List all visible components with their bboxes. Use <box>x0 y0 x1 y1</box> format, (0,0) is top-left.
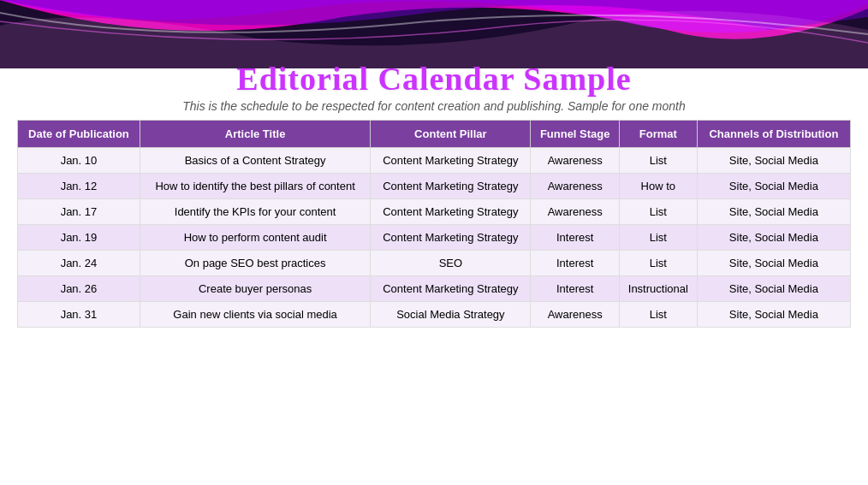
table-row: Jan. 19How to perform content auditConte… <box>18 225 851 251</box>
cell-date: Jan. 24 <box>18 251 140 276</box>
cell-pillar: SEO <box>371 251 531 276</box>
cell-channels: Site, Social Media <box>697 251 850 276</box>
cell-format: List <box>619 148 697 174</box>
cell-pillar: Content Marketing Strategy <box>371 174 531 199</box>
cell-channels: Site, Social Media <box>697 276 850 302</box>
table-row: Jan. 31Gain new clients via social media… <box>18 302 851 328</box>
cell-funnel: Awareness <box>531 148 619 174</box>
cell-title: Identify the KPIs for your content <box>140 199 370 225</box>
cell-channels: Site, Social Media <box>697 174 850 199</box>
cell-date: Jan. 31 <box>18 302 140 328</box>
cell-format: List <box>619 302 697 328</box>
table-row: Jan. 24On page SEO best practicesSEOInte… <box>18 251 851 276</box>
editorial-calendar-table: Date of Publication Article Title Conten… <box>17 120 851 328</box>
cell-format: Instructional <box>619 276 697 302</box>
cell-date: Jan. 10 <box>18 148 140 174</box>
cell-channels: Site, Social Media <box>697 225 850 251</box>
cell-funnel: Interest <box>531 276 619 302</box>
cell-date: Jan. 12 <box>18 174 140 199</box>
cell-title: Gain new clients via social media <box>140 302 370 328</box>
cell-title: Basics of a Content Strategy <box>140 148 370 174</box>
main-content: Editorial Calendar Sample This is the sc… <box>0 0 868 336</box>
cell-funnel: Awareness <box>531 199 619 225</box>
table-row: Jan. 12How to identify the best pillars … <box>18 174 851 199</box>
col-header-funnel: Funnel Stage <box>531 121 619 148</box>
col-header-pillar: Content Pillar <box>371 121 531 148</box>
page-subtitle: This is the schedule to be respected for… <box>17 99 851 113</box>
col-header-format: Format <box>619 121 697 148</box>
col-header-date: Date of Publication <box>18 121 140 148</box>
cell-format: List <box>619 225 697 251</box>
table-row: Jan. 10Basics of a Content StrategyConte… <box>18 148 851 174</box>
title-section: Editorial Calendar Sample This is the sc… <box>17 0 851 113</box>
cell-format: List <box>619 251 697 276</box>
cell-funnel: Interest <box>531 251 619 276</box>
col-header-channels: Channels of Distribution <box>697 121 850 148</box>
cell-funnel: Interest <box>531 225 619 251</box>
cell-pillar: Content Marketing Strategy <box>371 276 531 302</box>
table-header-row: Date of Publication Article Title Conten… <box>18 121 851 148</box>
cell-date: Jan. 19 <box>18 225 140 251</box>
cell-pillar: Content Marketing Strategy <box>371 199 531 225</box>
cell-channels: Site, Social Media <box>697 302 850 328</box>
table-row: Jan. 26Create buyer personasContent Mark… <box>18 276 851 302</box>
cell-date: Jan. 17 <box>18 199 140 225</box>
cell-pillar: Social Media Strategy <box>371 302 531 328</box>
table-row: Jan. 17Identify the KPIs for your conten… <box>18 199 851 225</box>
cell-date: Jan. 26 <box>18 276 140 302</box>
cell-funnel: Awareness <box>531 302 619 328</box>
cell-pillar: Content Marketing Strategy <box>371 225 531 251</box>
cell-format: List <box>619 199 697 225</box>
cell-channels: Site, Social Media <box>697 148 850 174</box>
cell-title: On page SEO best practices <box>140 251 370 276</box>
cell-title: How to perform content audit <box>140 225 370 251</box>
cell-channels: Site, Social Media <box>697 199 850 225</box>
cell-title: How to identify the best pillars of cont… <box>140 174 370 199</box>
cell-pillar: Content Marketing Strategy <box>371 148 531 174</box>
cell-title: Create buyer personas <box>140 276 370 302</box>
cell-format: How to <box>619 174 697 199</box>
cell-funnel: Awareness <box>531 174 619 199</box>
page-title: Editorial Calendar Sample <box>17 60 851 98</box>
col-header-title: Article Title <box>140 121 370 148</box>
